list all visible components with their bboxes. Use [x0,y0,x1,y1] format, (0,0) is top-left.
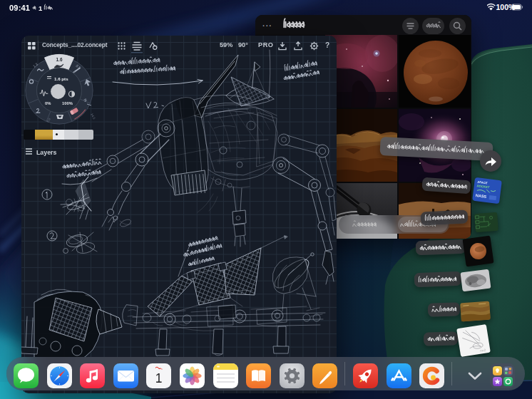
svg-text:1: 1 [155,371,163,385]
svg-text:NASS: NASS [476,193,487,199]
svg-text:1.6 pts: 1.6 pts [54,76,68,81]
svg-text:no.2: no.2 [480,348,486,352]
svg-text:100%: 100% [62,101,73,105]
svg-text:14.5: 14.5 [90,113,96,120]
svg-text:1.6: 1.6 [56,57,63,62]
svg-text:Layers: Layers [36,149,56,156]
svg-text:ROCKET: ROCKET [476,184,490,189]
svg-text:1: 1 [39,4,43,12]
svg-text:0%: 0% [45,101,51,105]
